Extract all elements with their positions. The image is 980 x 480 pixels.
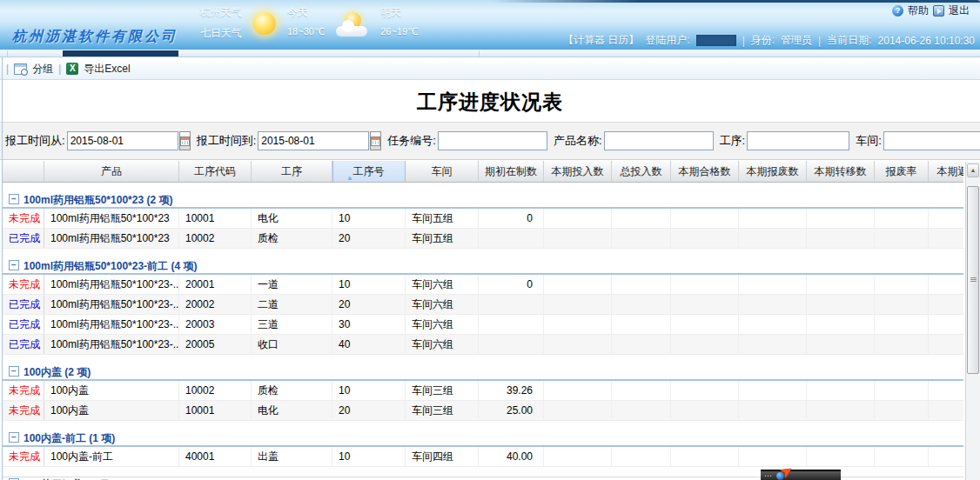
- group-header[interactable]: −100内盖 (2 项): [3, 355, 963, 381]
- cell-qualified: [671, 335, 739, 354]
- cell-total: [612, 335, 671, 354]
- to-date-calendar-button[interactable]: [370, 131, 381, 150]
- cell-product: 100ml药用铝瓶50*100*23: [44, 229, 179, 248]
- quick-links[interactable]: 【计算器 日历】: [563, 33, 639, 48]
- cell-rate: [875, 335, 929, 354]
- cell-workshop: 车间五组: [406, 209, 479, 228]
- product-name-input[interactable]: [604, 131, 714, 150]
- cell-scrap: [739, 295, 807, 314]
- column-header-label: 报废率: [886, 165, 917, 177]
- cell-product: 100内盖: [44, 381, 179, 400]
- group-header[interactable]: −100内盖-前工 (1 项): [3, 421, 963, 447]
- cell-begin: 0: [479, 275, 544, 294]
- workshop-input[interactable]: [883, 131, 980, 150]
- group-label: 100内盖-前工 (1 项): [23, 432, 115, 444]
- column-header-12[interactable]: 报废率: [875, 161, 929, 182]
- cell-rework: [929, 209, 963, 228]
- to-date-input[interactable]: [258, 131, 369, 150]
- cell-seq: 10: [332, 447, 406, 466]
- table-row[interactable]: 未完成100内盖-前工40001出盖10车间四组40.00: [3, 447, 963, 467]
- grid-header: 产品工序代码工序▲工序号车间期初在制数本期投入数总投入数本期合格数本期报废数本期…: [3, 161, 963, 183]
- dots-icon: ⋯: [764, 472, 773, 479]
- cell-total: [612, 381, 671, 400]
- column-header-label: 工序代码: [194, 165, 236, 177]
- cell-scrap: [739, 275, 807, 294]
- column-header-label: 本期投入数: [552, 165, 604, 177]
- column-header-3[interactable]: 工序: [252, 161, 332, 182]
- logout-link[interactable]: 退出: [949, 3, 970, 18]
- cell-qualified: [671, 381, 739, 400]
- vertical-scrollbar[interactable]: ▲: [965, 162, 980, 480]
- status-badge: 已完成: [3, 335, 44, 354]
- cell-qualified: [671, 447, 739, 466]
- weather-today-temp: 18~30℃: [287, 26, 325, 37]
- column-header-10[interactable]: 本期报废数: [739, 161, 807, 182]
- collapse-icon[interactable]: −: [9, 194, 19, 204]
- column-header-6[interactable]: 期初在制数: [479, 161, 544, 182]
- cell-transfer: [807, 295, 875, 314]
- weather-week-link[interactable]: 七日天气: [200, 26, 242, 41]
- column-header-13[interactable]: 本期返工数: [929, 161, 963, 182]
- process-input[interactable]: [747, 131, 849, 150]
- cell-begin: 0: [479, 209, 544, 228]
- help-icon: ?: [892, 5, 903, 17]
- sun-icon: [253, 12, 276, 35]
- cell-invest: [544, 209, 612, 228]
- table-row[interactable]: 未完成100ml药用铝瓶50*100*2310001电化10车间五组0: [3, 209, 963, 229]
- column-header-7[interactable]: 本期投入数: [544, 161, 612, 182]
- table-row[interactable]: 未完成100ml药用铝瓶50*100*23-...20001一道10车间六组0: [3, 275, 963, 295]
- table-row[interactable]: 已完成100ml药用铝瓶50*100*23-...20005收口40车间六组: [3, 335, 963, 355]
- column-header-2[interactable]: 工序代码: [179, 161, 252, 182]
- group-header[interactable]: −100ml药用铝瓶50*100*23 (2 项): [3, 183, 963, 209]
- column-header-8[interactable]: 总投入数: [612, 161, 671, 182]
- cell-workshop: 车间六组: [406, 315, 479, 334]
- weather-tomorrow-temp: 26~19℃: [380, 26, 418, 37]
- cell-seq: 10: [332, 275, 406, 294]
- export-excel-button[interactable]: 导出Excel: [84, 62, 130, 77]
- cell-workshop: 车间六组: [406, 335, 479, 354]
- weather-today-label: 今天: [287, 5, 325, 20]
- cell-product: 100ml药用铝瓶50*100*23-...: [44, 295, 179, 314]
- group-button[interactable]: 分组: [32, 62, 53, 77]
- cell-begin: [479, 335, 544, 354]
- column-header-label: 本期报废数: [747, 165, 799, 177]
- collapse-icon[interactable]: −: [9, 260, 19, 270]
- cell-begin: 40.00: [479, 447, 544, 466]
- cell-workshop: 车间六组: [406, 295, 479, 314]
- table-row[interactable]: 未完成100内盖10002质检10车间三组39.26: [3, 381, 963, 401]
- column-header-11[interactable]: 本期转移数: [807, 161, 875, 182]
- weather-city-link[interactable]: 杭州天气: [200, 5, 242, 20]
- cell-qualified: [671, 295, 739, 314]
- group-header[interactable]: −100ml药用铝瓶50*100*23-前工 (4 项): [3, 249, 963, 275]
- column-header-4[interactable]: ▲工序号: [332, 161, 406, 182]
- task-no-input[interactable]: [438, 131, 547, 150]
- table-row[interactable]: 未完成100内盖10001电化20车间三组25.00: [3, 401, 963, 421]
- cell-invest: [544, 381, 612, 400]
- column-header-label: 产品: [101, 165, 122, 177]
- cell-begin: [479, 315, 544, 334]
- cell-rework: [929, 295, 963, 314]
- cell-invest: [544, 295, 612, 314]
- from-date-calendar-button[interactable]: [179, 131, 191, 150]
- excel-icon: X: [66, 63, 78, 75]
- collapse-icon[interactable]: −: [9, 432, 19, 443]
- cell-product: 100ml药用铝瓶50*100*23-...: [44, 275, 179, 294]
- column-header-1[interactable]: 产品: [44, 161, 179, 182]
- collapse-icon[interactable]: −: [9, 366, 19, 377]
- table-row[interactable]: 已完成100ml药用铝瓶50*100*23-...20002二道20车间六组: [3, 295, 963, 315]
- cell-product: 100ml药用铝瓶50*100*23-...: [44, 315, 179, 334]
- table-row[interactable]: 已完成100ml药用铝瓶50*100*23-...20003三道30车间六组: [3, 315, 963, 335]
- cell-rate: [875, 381, 929, 400]
- column-header-5[interactable]: 车间: [406, 161, 479, 182]
- help-link[interactable]: 帮助: [908, 3, 929, 18]
- column-header-9[interactable]: 本期合格数: [671, 161, 739, 182]
- scroll-up-button[interactable]: ▲: [967, 163, 979, 177]
- table-row[interactable]: 已完成100ml药用铝瓶50*100*2310002质检20车间五组: [3, 229, 963, 249]
- cell-rate: [875, 315, 929, 334]
- from-date-input[interactable]: [67, 131, 178, 150]
- column-header-0[interactable]: [3, 161, 44, 182]
- active-tab-indicator[interactable]: [63, 50, 178, 57]
- cell-rework: [929, 275, 963, 294]
- scrollbar-thumb[interactable]: [967, 186, 979, 374]
- cell-process: 二道: [252, 295, 332, 314]
